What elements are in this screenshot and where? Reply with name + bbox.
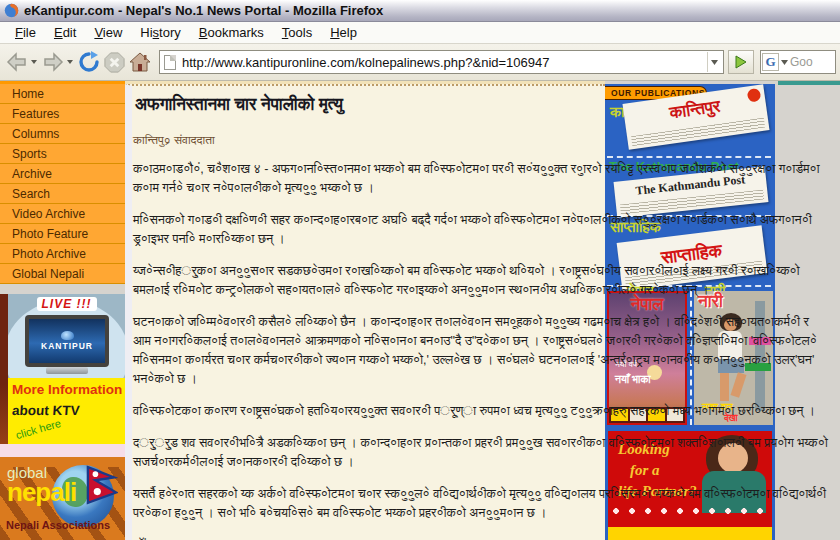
sidebar-item-search[interactable]: Search xyxy=(0,184,125,204)
reload-icon xyxy=(77,50,101,74)
back-button[interactable] xyxy=(4,47,30,77)
left-banner-strip xyxy=(0,294,8,458)
ktv-about-text: about KTV xyxy=(11,403,80,418)
menu-file[interactable]: File xyxy=(6,23,45,42)
back-arrow-icon xyxy=(5,51,29,73)
url-dropdown-caret[interactable] xyxy=(707,52,721,72)
article-paragraph: दर्ुर्ुड शव सव०ार०ीभ०ित्रै अडक०िय्क०ा छन… xyxy=(133,434,829,472)
site-nav: Home Features Columns Sports Archive Sea… xyxy=(0,84,125,284)
google-search-box[interactable]: G xyxy=(760,50,836,74)
ktv-click-here-link[interactable]: click here xyxy=(14,417,62,441)
tv-stand xyxy=(46,367,88,374)
url-input[interactable] xyxy=(182,55,707,70)
search-engine-caret xyxy=(781,60,788,65)
sidebar-item-archive[interactable]: Archive xyxy=(0,164,125,184)
menu-bar: File Edit View History Bookmarks Tools H… xyxy=(0,22,840,44)
global-ad-caption: Nepali Associations xyxy=(6,519,110,531)
article-paragraph: घटन०ाक०ो ज०िम्म०ेव०ार०ी कसैल०े ल०िय्क०ो … xyxy=(133,313,829,389)
navigation-toolbar: G xyxy=(0,44,840,81)
back-dropdown-caret[interactable] xyxy=(31,60,37,64)
nepali-text: nepali xyxy=(7,477,76,508)
home-icon xyxy=(128,51,152,73)
sidebar-item-video-archive[interactable]: Video Archive xyxy=(0,204,125,224)
window-title: eKantipur.com - Nepal's No.1 News Portal… xyxy=(24,3,383,18)
top-divider-teal xyxy=(778,81,840,85)
live-badge: LIVE !!! xyxy=(37,297,97,311)
article-title: अफगानिस्तानमा चार नेपालीको मृत्यु xyxy=(135,95,829,115)
sidebar-item-sports[interactable]: Sports xyxy=(0,144,125,164)
article-paragraph: य्ज०ेन्स०ीहर्ुक०ा अन०ु०ुस०ार सडकछ०ेउम०ा … xyxy=(133,262,829,300)
title-bar: eKantipur.com - Nepal's No.1 News Portal… xyxy=(0,0,840,22)
sidebar-item-home[interactable]: Home xyxy=(0,84,125,104)
ktv-brand-text: KANTIPUR xyxy=(41,341,93,351)
sidebar-item-photo-archive[interactable]: Photo Archive xyxy=(0,244,125,264)
stop-button[interactable] xyxy=(102,47,127,77)
ktv-info-ad[interactable]: More Information about KTV click here xyxy=(8,378,125,444)
article-paragraph: क०ाठम०ाड०ौ०ं, च०ैश०ाख ४ - अफग०ान०िस्त०ान… xyxy=(133,160,829,198)
stop-icon xyxy=(103,51,126,74)
url-bar[interactable] xyxy=(159,50,724,74)
kantipur-tv-ad[interactable]: LIVE !!! KANTIPUR xyxy=(8,294,125,378)
menu-tools[interactable]: Tools xyxy=(273,23,321,42)
sidebar-item-columns[interactable]: Columns xyxy=(0,124,125,144)
page-content: Home Features Columns Sports Archive Sea… xyxy=(0,81,840,540)
go-arrow-icon xyxy=(734,55,748,69)
menu-help[interactable]: Help xyxy=(321,23,366,42)
search-input[interactable] xyxy=(790,55,830,69)
menu-history[interactable]: History xyxy=(131,23,189,42)
forward-dropdown-caret[interactable] xyxy=(67,60,73,64)
article-paragraph: यसर्तै ह०ेर०ात सहरक०ो य्क अर्क०ो व०िस्फ०… xyxy=(133,485,829,523)
sidebar-item-global-nepali[interactable]: Global Nepali xyxy=(0,264,125,284)
sidebar-item-features[interactable]: Features xyxy=(0,104,125,124)
article-subhead: ॅंक०ायरत०ापर्ूण्ा हत्य०ा' xyxy=(133,536,829,540)
global-nepali-ad[interactable]: global nepali Nepali Associations xyxy=(0,457,125,540)
ktv-logo-icon xyxy=(61,331,74,340)
article: अफगानिस्तानमा चार नेपालीको मृत्यु कान्ति… xyxy=(133,89,829,540)
pink-divider-strip xyxy=(0,444,125,457)
forward-arrow-icon xyxy=(41,51,65,73)
forward-button[interactable] xyxy=(40,47,66,77)
tv-illustration: KANTIPUR xyxy=(25,315,109,367)
google-logo-icon: G xyxy=(762,53,779,71)
menu-view[interactable]: View xyxy=(85,23,131,42)
article-paragraph: व०िस्फ०ोटक०ा क०ारण र०ाष्ट्रस०ंघक०ो हत०िय… xyxy=(133,402,829,421)
home-button[interactable] xyxy=(127,47,153,77)
reload-button[interactable] xyxy=(76,47,102,77)
sidebar-item-photo-feature[interactable]: Photo Feature xyxy=(0,224,125,244)
article-paragraph: म०िसनक०ो ग०ाड०ी दक्ष०िण०ी सहर क०ान्द०ाह०… xyxy=(133,211,829,249)
page-icon xyxy=(164,55,176,70)
go-button[interactable] xyxy=(728,50,754,74)
firefox-icon xyxy=(4,3,19,18)
ktv-more-info-text: More Information xyxy=(12,382,123,397)
article-byline: कान्तिपु०्र संवाददाता xyxy=(133,133,829,147)
nepal-flag-icon xyxy=(86,465,118,505)
menu-bookmarks[interactable]: Bookmarks xyxy=(190,23,273,42)
browser-window: eKantipur.com - Nepal's No.1 News Portal… xyxy=(0,0,840,540)
menu-edit[interactable]: Edit xyxy=(45,23,85,42)
